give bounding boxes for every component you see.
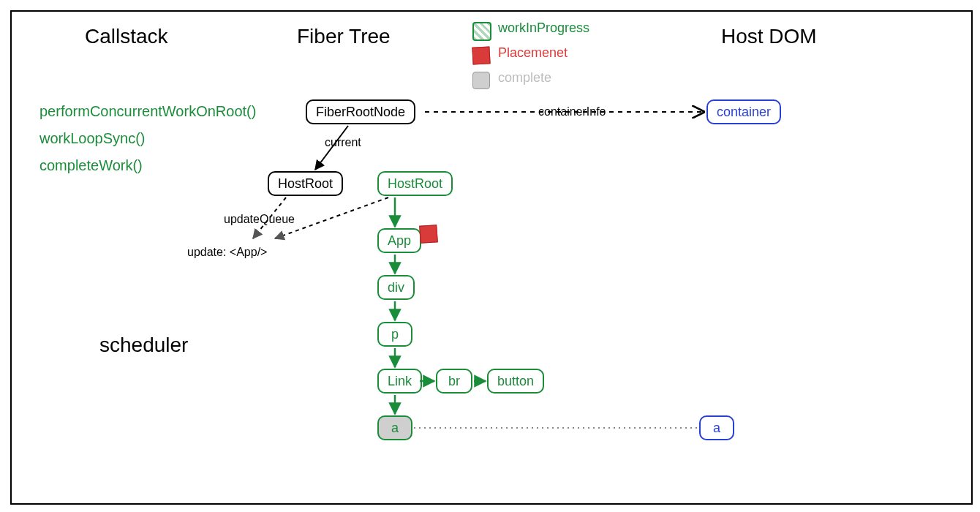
edge-label-current: current	[325, 136, 361, 149]
edge-label-containerinfo: containerInfo	[538, 105, 606, 118]
legend-swatch-complete	[472, 72, 490, 89]
legend-swatch-wip	[472, 22, 491, 41]
heading-callstack: Callstack	[85, 25, 168, 48]
node-host-root-current: HostRoot	[268, 171, 343, 196]
node-a: a	[377, 415, 412, 440]
node-fiber-root: FiberRootNode	[306, 99, 415, 124]
node-container: container	[706, 99, 781, 124]
node-button: button	[487, 369, 544, 394]
legend-label-complete: complete	[498, 70, 551, 86]
heading-host-dom: Host DOM	[721, 25, 817, 48]
legend-swatch-placement	[472, 46, 490, 64]
callstack-item-1: workLoopSync()	[39, 130, 146, 147]
placement-flag-icon	[419, 225, 438, 244]
diagram-connectors	[12, 12, 971, 503]
node-br: br	[436, 369, 472, 394]
heading-fiber-tree: Fiber Tree	[297, 25, 391, 48]
node-link: Link	[377, 369, 422, 394]
node-host-root-wip: HostRoot	[377, 171, 453, 196]
heading-scheduler: scheduler	[99, 334, 188, 357]
node-app: App	[377, 228, 421, 253]
edge-label-updatequeue: updateQueue	[224, 213, 295, 226]
node-p: p	[377, 322, 412, 347]
node-dom-a: a	[699, 415, 734, 440]
diagram-frame: Callstack Fiber Tree Host DOM scheduler …	[10, 10, 973, 505]
legend-label-wip: workInProgress	[498, 20, 589, 36]
edge-label-update-app: update: <App/>	[187, 246, 267, 259]
callstack-item-0: performConcurrentWorkOnRoot()	[39, 103, 256, 120]
legend-label-placement: Placemenet	[498, 45, 568, 61]
node-div: div	[377, 275, 415, 300]
callstack-item-2: completeWork()	[39, 157, 143, 174]
